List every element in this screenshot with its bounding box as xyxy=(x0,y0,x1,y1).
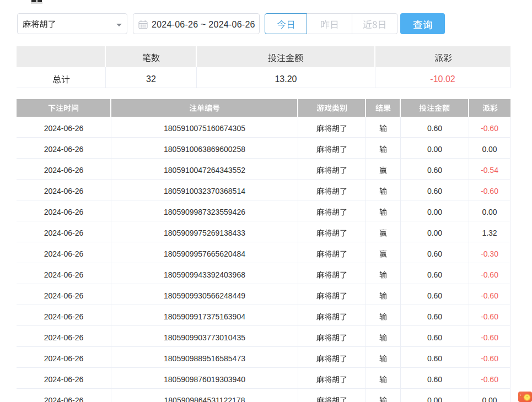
svg-text:*: * xyxy=(526,395,528,400)
